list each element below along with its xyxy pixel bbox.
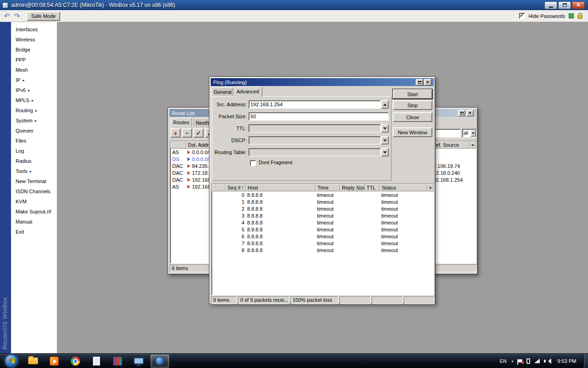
ping-new-window-button[interactable]: New Window bbox=[393, 127, 432, 137]
route-flag-icon bbox=[187, 171, 190, 175]
sidebar-item-tools[interactable]: Tools▸ bbox=[11, 166, 57, 176]
clock[interactable]: 9:53 PM bbox=[554, 358, 579, 364]
sidebar-item-new-terminal[interactable]: New Terminal bbox=[11, 176, 57, 186]
tray-volume-icon[interactable] bbox=[544, 358, 550, 364]
sidebar-item-routing[interactable]: Routing▸ bbox=[11, 105, 57, 115]
sidebar-item-interfaces[interactable]: Interfaces bbox=[11, 24, 57, 34]
show-hidden-icons-button[interactable]: ▲ bbox=[511, 359, 514, 362]
ping-start-button[interactable]: Start bbox=[393, 89, 432, 99]
close-button[interactable]: ✕ bbox=[572, 1, 585, 9]
routing-table-label: Routing Table: bbox=[212, 148, 247, 156]
sidebar-item-ipv6[interactable]: IPv6▸ bbox=[11, 85, 57, 95]
winbox-desktop: admin@00:08:54:A5:C7:2E (MikroTik) - Win… bbox=[0, 0, 588, 368]
ttl-dropdown-button[interactable] bbox=[381, 124, 389, 132]
src-address-up-button[interactable] bbox=[381, 100, 389, 109]
tab-advanced[interactable]: Advanced bbox=[233, 86, 262, 97]
sidebar-item-mpls[interactable]: MPLS▸ bbox=[11, 95, 57, 105]
windows-explorer-icon[interactable] bbox=[24, 355, 42, 368]
remove-route-button[interactable]: − bbox=[182, 128, 192, 138]
sidebar-item-bridge[interactable]: Bridge bbox=[11, 45, 57, 55]
submenu-arrow-icon: ▸ bbox=[23, 78, 24, 82]
routing-table-dropdown-button[interactable] bbox=[381, 148, 389, 156]
sidebar-item-system[interactable]: System▸ bbox=[11, 115, 57, 126]
sidebar-item-ip[interactable]: IP▸ bbox=[11, 75, 57, 85]
ping-column-seq[interactable]: Seq #/ bbox=[226, 184, 246, 191]
os-titlebar[interactable]: admin@00:08:54:A5:C7:2E (MikroTik) - Win… bbox=[0, 0, 588, 10]
ping-result-row[interactable]: 68.8.8.8timeouttimeout bbox=[212, 233, 434, 240]
ping-result-row[interactable]: 18.8.8.8timeouttimeout bbox=[212, 198, 434, 205]
sidebar-item-isdn-channels[interactable]: ISDN Channels bbox=[11, 186, 57, 196]
sidebar-item-files[interactable]: Files bbox=[11, 136, 57, 146]
ping-column-status[interactable]: Status bbox=[380, 184, 427, 191]
undo-button[interactable]: ↶ bbox=[2, 12, 12, 21]
sidebar-item-exit[interactable]: Exit bbox=[11, 227, 57, 237]
safe-mode-button[interactable]: Safe Mode bbox=[27, 12, 60, 21]
ping-result-row[interactable]: 58.8.8.8timeouttimeout bbox=[212, 226, 434, 233]
ping-result-row[interactable]: 28.8.8.8timeouttimeout bbox=[212, 205, 434, 212]
ping-column-ttl[interactable]: TTL bbox=[365, 184, 380, 191]
dscp-input[interactable] bbox=[249, 136, 381, 144]
ping-column-time[interactable]: Time bbox=[316, 184, 340, 191]
archive-icon[interactable] bbox=[108, 355, 127, 368]
tray-network-icon[interactable] bbox=[534, 359, 540, 363]
maximize-icon bbox=[563, 3, 567, 7]
dropdown-button[interactable] bbox=[470, 130, 476, 137]
ping-result-row[interactable]: 88.8.8.8timeouttimeout bbox=[212, 247, 434, 253]
show-desktop-button[interactable] bbox=[583, 354, 588, 368]
ping-result-row[interactable]: 78.8.8.8timeouttimeout bbox=[212, 240, 434, 247]
close-icon: × bbox=[426, 80, 429, 85]
route-flags: AS bbox=[170, 150, 186, 155]
ping-column-flags bbox=[212, 184, 226, 191]
route-filter-dropdown[interactable]: all bbox=[462, 129, 476, 138]
routing-table-input[interactable] bbox=[249, 148, 381, 156]
tray-action-center-icon[interactable] bbox=[518, 359, 522, 362]
ttl-input[interactable] bbox=[249, 124, 381, 132]
ping-close-button[interactable]: × bbox=[424, 79, 431, 86]
tab-routes[interactable]: Routes bbox=[170, 118, 192, 127]
ping-restore-button[interactable] bbox=[416, 79, 423, 86]
sidebar-item-kvm[interactable]: KVM bbox=[11, 196, 57, 207]
sidebar-item-wireless[interactable]: Wireless bbox=[11, 34, 57, 45]
media-player-icon[interactable] bbox=[45, 355, 63, 368]
ping-column-reply-size[interactable]: Reply Size bbox=[340, 184, 365, 191]
ping-result-row[interactable]: 48.8.8.8timeouttimeout bbox=[212, 219, 434, 226]
chrome-icon[interactable] bbox=[66, 355, 85, 368]
maximize-button[interactable] bbox=[558, 1, 571, 9]
sidebar-item-make-supout-rif[interactable]: Make Supout.rif bbox=[11, 207, 57, 217]
route-column-flags[interactable] bbox=[170, 141, 186, 149]
sidebar-item-log[interactable]: Log bbox=[11, 146, 57, 156]
enable-route-button[interactable]: ✓ bbox=[193, 128, 204, 138]
ping-status-segment-3 bbox=[339, 296, 371, 304]
packet-size-input[interactable] bbox=[249, 112, 389, 121]
ping-result-row[interactable]: 38.8.8.8timeouttimeout bbox=[212, 212, 434, 219]
language-indicator[interactable]: EN bbox=[500, 358, 507, 364]
route-list-close-button[interactable]: × bbox=[466, 110, 474, 116]
sidebar-item-ppp[interactable]: PPP bbox=[11, 55, 57, 65]
ping-column-select-button[interactable] bbox=[427, 184, 434, 191]
redo-button[interactable]: ↷ bbox=[12, 12, 22, 21]
ping-stop-button[interactable]: Stop bbox=[393, 100, 432, 110]
ping-column-host[interactable]: Host bbox=[246, 184, 316, 191]
winbox-icon[interactable] bbox=[151, 355, 169, 368]
minimize-button[interactable] bbox=[544, 1, 557, 9]
ping-titlebar[interactable]: Ping (Running) × bbox=[211, 78, 434, 86]
src-address-input[interactable] bbox=[249, 100, 381, 109]
route-list-restore-button[interactable] bbox=[458, 110, 465, 116]
sidebar-item-radius[interactable]: Radius bbox=[11, 156, 57, 166]
dscp-dropdown-button[interactable] bbox=[381, 136, 389, 144]
hide-passwords-checkbox[interactable] bbox=[519, 13, 525, 19]
ping-close-action-button[interactable]: Close bbox=[393, 112, 432, 122]
sidebar-item-mesh[interactable]: Mesh bbox=[11, 65, 57, 75]
dont-fragment-checkbox[interactable] bbox=[250, 160, 256, 166]
sidebar-item-queues[interactable]: Queues bbox=[11, 126, 57, 136]
notepad-icon[interactable] bbox=[87, 355, 106, 368]
route-column-select-button[interactable] bbox=[469, 141, 476, 149]
sidebar-item-manual[interactable]: Manual bbox=[11, 217, 57, 227]
start-button[interactable] bbox=[5, 354, 18, 368]
tab-general[interactable]: General bbox=[212, 87, 233, 96]
ping-result-row[interactable]: 08.8.8.8timeouttimeout bbox=[212, 191, 434, 198]
remote-desktop-icon[interactable] bbox=[130, 355, 148, 368]
tray-usb-device-icon[interactable] bbox=[526, 358, 530, 364]
add-route-button[interactable]: + bbox=[170, 128, 181, 138]
ping-status-segment-1: 0 of 9 packets recei... bbox=[238, 296, 289, 304]
